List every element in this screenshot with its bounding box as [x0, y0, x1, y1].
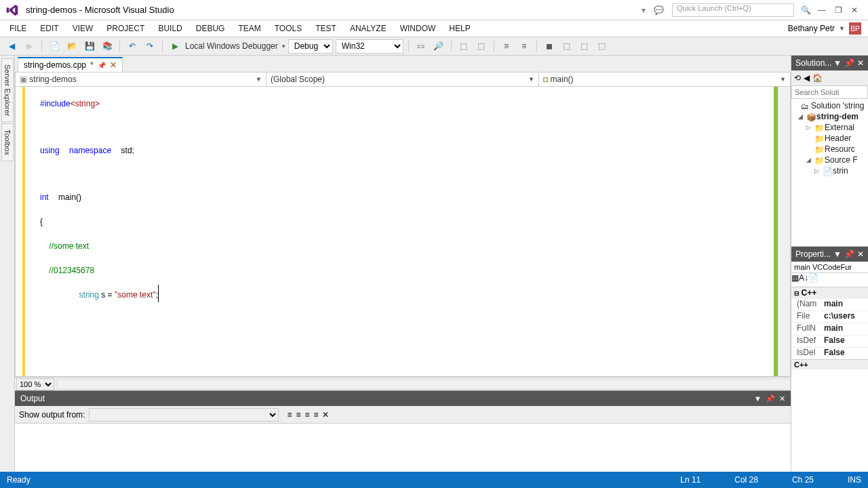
- menu-edit[interactable]: EDIT: [33, 22, 65, 35]
- menu-window[interactable]: WINDOW: [393, 22, 443, 35]
- output-text[interactable]: [15, 424, 791, 472]
- se-search-input[interactable]: [791, 85, 868, 99]
- nav-project-select[interactable]: ▣ string-demos▼: [16, 73, 267, 86]
- tree-source[interactable]: Source F: [825, 155, 858, 165]
- output-close-icon[interactable]: ✕: [779, 394, 785, 403]
- tb-icon-5[interactable]: ⬚: [595, 39, 610, 54]
- editor-tab[interactable]: string-demos.cpp* 📌 ✕: [18, 57, 123, 72]
- user-name[interactable]: Bethany Petr: [788, 24, 835, 33]
- properties-header[interactable]: Properti... ▼📌✕: [791, 247, 868, 262]
- menu-team[interactable]: TEAM: [231, 22, 267, 35]
- tb-bookmark-icon[interactable]: ◼: [542, 39, 557, 54]
- notification-icon[interactable]: ▾: [642, 5, 646, 15]
- status-char: Ch 25: [792, 475, 814, 485]
- output-dropdown-icon[interactable]: ▼: [754, 394, 762, 403]
- se-back-icon[interactable]: ◀: [804, 73, 810, 83]
- output-tb-1[interactable]: ≡: [287, 410, 292, 420]
- tree-header[interactable]: Header: [825, 134, 851, 143]
- feedback-icon[interactable]: 💬: [654, 5, 664, 15]
- solution-tree[interactable]: 🗂Solution 'string ◢📦string-dem ▷📁Externa…: [791, 99, 868, 178]
- tree-file[interactable]: strin: [833, 166, 848, 176]
- prop-az-icon[interactable]: A↓: [799, 273, 808, 283]
- pin-icon[interactable]: 📌: [98, 62, 106, 69]
- menu-view[interactable]: VIEW: [66, 22, 100, 35]
- tb-icon-1[interactable]: ▭: [414, 39, 429, 54]
- output-pin-icon[interactable]: 📌: [766, 394, 775, 403]
- se-pin-icon[interactable]: 📌: [844, 58, 854, 68]
- nav-scope-select[interactable]: (Global Scope)▼: [267, 73, 539, 86]
- zoom-select[interactable]: 100 %: [16, 378, 54, 390]
- user-badge[interactable]: BP: [849, 22, 861, 35]
- tree-external[interactable]: External: [825, 123, 854, 132]
- tb-icon-3[interactable]: ⬚: [456, 39, 471, 54]
- save-all-icon[interactable]: 📚: [100, 39, 115, 54]
- tab-close-icon[interactable]: ✕: [110, 60, 117, 70]
- prop-row: Filec:\users: [791, 310, 868, 323]
- nav-fwd-icon[interactable]: ▶: [22, 39, 37, 54]
- platform-select[interactable]: Win32: [336, 39, 403, 54]
- undo-icon[interactable]: ↶: [125, 39, 140, 54]
- tree-solution[interactable]: Solution 'string: [811, 101, 864, 110]
- tb-icon-2[interactable]: 🔎: [431, 39, 446, 54]
- solution-explorer-header[interactable]: Solution... ▼📌✕: [791, 56, 868, 70]
- editor-hscrollbar[interactable]: [57, 379, 791, 390]
- menu-test[interactable]: TEST: [309, 22, 343, 35]
- tb-uncomment-icon[interactable]: ⬚: [577, 39, 592, 54]
- tb-indent-out-icon[interactable]: ≡: [499, 39, 514, 54]
- code-editor[interactable]: #include<string> using namespace std; in…: [15, 87, 791, 377]
- tb-icon-4[interactable]: ⬚: [474, 39, 489, 54]
- open-file-icon[interactable]: 📂: [64, 39, 79, 54]
- se-toolbar: ⟲ ◀ 🏠: [791, 70, 868, 85]
- prop-page-icon[interactable]: 📄: [808, 273, 818, 283]
- nav-back-icon[interactable]: ◀: [4, 39, 19, 54]
- menu-build[interactable]: BUILD: [151, 22, 189, 35]
- se-close-icon[interactable]: ✕: [857, 58, 864, 68]
- se-dropdown-icon[interactable]: ▼: [833, 58, 842, 68]
- prop-close-icon[interactable]: ✕: [857, 249, 864, 259]
- tb-comment-icon[interactable]: ⬚: [559, 39, 574, 54]
- menu-analyze[interactable]: ANALYZE: [343, 22, 393, 35]
- prop-cat-icon[interactable]: ▦: [791, 273, 799, 283]
- redo-icon[interactable]: ↷: [142, 39, 157, 54]
- tree-resource[interactable]: Resourc: [825, 144, 855, 154]
- debugger-target[interactable]: Local Windows Debugger: [185, 41, 278, 51]
- menu-help[interactable]: HELP: [442, 22, 477, 35]
- editor-text-area[interactable]: #include<string> using namespace std; in…: [35, 87, 774, 376]
- prop-row: IsDefFalse: [791, 335, 868, 347]
- debugger-dropdown-icon[interactable]: ▾: [282, 43, 285, 49]
- restore-button[interactable]: ❐: [830, 4, 846, 16]
- close-button[interactable]: ✕: [846, 4, 863, 16]
- menu-tools[interactable]: TOOLS: [268, 22, 309, 35]
- output-source-select[interactable]: [89, 408, 279, 422]
- menu-file[interactable]: FILE: [3, 22, 33, 35]
- toolbox-tab[interactable]: Toolbox: [1, 123, 14, 161]
- output-tb-2[interactable]: ≡: [296, 410, 300, 420]
- new-project-icon[interactable]: 📄: [47, 39, 62, 54]
- prop-category[interactable]: ⊟ C++: [791, 287, 868, 298]
- se-house-icon[interactable]: 🏠: [812, 73, 823, 83]
- properties-panel: main VCCodeFur ▦A↓📄 ⊟ C++ (Nammain Filec…: [791, 262, 868, 472]
- search-icon[interactable]: 🔍: [801, 5, 811, 15]
- prop-object[interactable]: main VCCodeFur: [791, 262, 868, 273]
- editor-fold-gutter[interactable]: [25, 87, 35, 376]
- prop-dropdown-icon[interactable]: ▼: [833, 249, 842, 259]
- tb-indent-in-icon[interactable]: ≡: [517, 39, 532, 54]
- nav-function-select[interactable]: ◘ main()▼: [539, 73, 790, 86]
- menu-debug[interactable]: DEBUG: [189, 22, 232, 35]
- output-tb-3[interactable]: ≡: [304, 410, 309, 420]
- minimize-button[interactable]: —: [814, 4, 830, 16]
- output-tb-4[interactable]: ≡: [313, 410, 318, 420]
- menu-project[interactable]: PROJECT: [100, 22, 151, 35]
- server-explorer-tab[interactable]: Server Explorer: [1, 58, 14, 122]
- tree-project[interactable]: string-dem: [816, 112, 859, 121]
- output-tb-5[interactable]: ✕: [322, 410, 329, 420]
- quick-launch-input[interactable]: Quick Launch (Ctrl+Q): [672, 3, 794, 17]
- user-dropdown-icon[interactable]: ▼: [839, 25, 845, 32]
- start-debug-icon[interactable]: ▶: [167, 39, 182, 54]
- save-icon[interactable]: 💾: [82, 39, 97, 54]
- prop-pin-icon[interactable]: 📌: [844, 249, 854, 259]
- se-home-icon[interactable]: ⟲: [794, 73, 801, 83]
- output-panel: Output ▼ 📌 ✕ Show output from: ≡ ≡ ≡ ≡ ✕: [15, 390, 791, 472]
- editor-vscrollbar[interactable]: [778, 87, 790, 376]
- config-select[interactable]: Debug: [288, 39, 333, 54]
